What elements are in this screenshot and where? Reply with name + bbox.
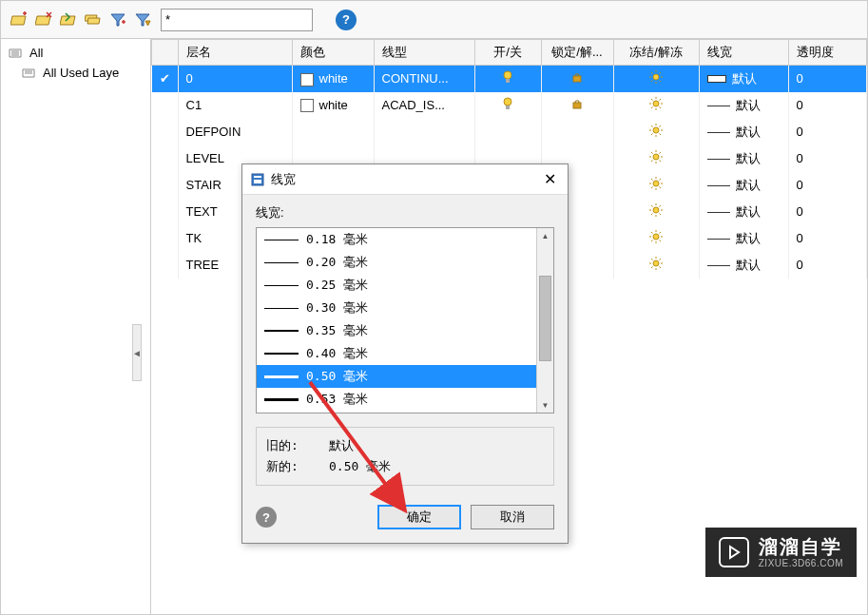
- table-row[interactable]: DEFPOIN 默认 0: [152, 119, 867, 145]
- row-lw[interactable]: 默认: [699, 225, 788, 252]
- row-freeze[interactable]: [613, 252, 699, 279]
- row-lock[interactable]: [541, 66, 613, 92]
- table-row[interactable]: C1 white ACAD_IS... 默认 0: [152, 92, 867, 119]
- row-lw[interactable]: 默认: [699, 119, 788, 145]
- filter-new-icon[interactable]: [107, 10, 128, 30]
- row-freeze[interactable]: [613, 145, 699, 172]
- watermark-main: 溜溜自学: [759, 535, 843, 558]
- row-linetype[interactable]: CONTINU...: [374, 66, 474, 92]
- dialog-help-icon[interactable]: ?: [256, 507, 277, 528]
- list-item[interactable]: 0.53 毫米: [257, 388, 536, 411]
- delete-layer-icon[interactable]: [33, 10, 54, 30]
- row-check[interactable]: [152, 225, 179, 252]
- row-lw[interactable]: 默认: [699, 66, 788, 92]
- svg-line-85: [651, 240, 653, 242]
- row-linetype[interactable]: ACAD_IS...: [374, 92, 474, 119]
- row-freeze[interactable]: [613, 199, 699, 225]
- svg-point-51: [653, 154, 659, 160]
- row-freeze[interactable]: [613, 92, 699, 119]
- row-trans[interactable]: 0: [788, 92, 867, 119]
- row-onoff[interactable]: [474, 66, 541, 92]
- close-icon[interactable]: ✕: [540, 170, 560, 188]
- row-onoff[interactable]: [474, 92, 541, 119]
- list-item[interactable]: 0.40 毫米: [257, 342, 536, 365]
- svg-line-49: [651, 134, 653, 136]
- row-freeze[interactable]: [613, 119, 699, 145]
- sidebar-item-all[interactable]: All: [1, 43, 150, 63]
- col-check[interactable]: [152, 40, 179, 66]
- scroll-up-icon[interactable]: ▲: [537, 228, 553, 243]
- col-lock[interactable]: 锁定/解...: [541, 40, 613, 66]
- col-color[interactable]: 颜色: [292, 40, 374, 66]
- svg-line-29: [660, 72, 662, 74]
- list-item[interactable]: 0.20 毫米: [257, 251, 536, 274]
- scroll-down-icon[interactable]: ▼: [537, 397, 553, 413]
- splitter-handle[interactable]: ◄: [132, 324, 142, 381]
- cancel-button[interactable]: 取消: [471, 505, 554, 529]
- row-lock[interactable]: [541, 92, 613, 119]
- row-trans[interactable]: 0: [788, 145, 867, 172]
- row-lw[interactable]: 默认: [699, 92, 788, 119]
- svg-point-33: [653, 101, 659, 106]
- row-check[interactable]: [152, 172, 179, 199]
- svg-line-86: [660, 232, 662, 234]
- sidebar-item-used[interactable]: All Used Laye: [1, 63, 150, 83]
- row-check[interactable]: [152, 145, 179, 172]
- row-check[interactable]: [152, 92, 179, 119]
- svg-rect-20: [573, 76, 581, 82]
- row-lw[interactable]: 默认: [699, 172, 788, 199]
- col-name[interactable]: 层名: [178, 40, 292, 66]
- row-trans[interactable]: 0: [788, 66, 867, 92]
- row-check[interactable]: [152, 199, 179, 225]
- col-linetype[interactable]: 线型: [374, 40, 474, 66]
- list-item[interactable]: 0.35 毫米: [257, 319, 536, 342]
- row-color[interactable]: [292, 119, 374, 145]
- svg-line-47: [651, 125, 653, 127]
- sidebar-label: All Used Laye: [43, 66, 119, 80]
- row-color[interactable]: white: [292, 92, 374, 119]
- lineweight-listbox[interactable]: 0.18 毫米0.20 毫米0.25 毫米0.30 毫米0.35 毫米0.40 …: [256, 227, 554, 413]
- list-item[interactable]: 0.30 毫米: [257, 297, 536, 319]
- row-trans[interactable]: 0: [788, 225, 867, 252]
- col-freeze[interactable]: 冻结/解冻: [613, 40, 699, 66]
- help-icon[interactable]: ?: [336, 10, 357, 30]
- col-lw[interactable]: 线宽: [699, 40, 788, 66]
- row-lw[interactable]: 默认: [699, 252, 788, 279]
- filter-invert-icon[interactable]: [132, 10, 153, 30]
- row-check[interactable]: [152, 119, 179, 145]
- filter-input[interactable]: [161, 9, 313, 31]
- table-row[interactable]: ✔ 0 white CONTINU... 默认 0: [152, 66, 867, 92]
- list-item[interactable]: 0.25 毫米: [257, 274, 536, 297]
- sidebar-label: All: [29, 46, 43, 60]
- svg-marker-6: [60, 16, 75, 25]
- row-trans[interactable]: 0: [788, 199, 867, 225]
- row-check[interactable]: ✔: [152, 66, 179, 92]
- scrollbar[interactable]: ▲ ▼: [536, 228, 553, 413]
- row-linetype[interactable]: [374, 119, 474, 145]
- row-onoff[interactable]: [474, 119, 541, 145]
- dialog-titlebar[interactable]: 线宽 ✕: [242, 164, 568, 195]
- col-trans[interactable]: 透明度: [788, 40, 867, 66]
- new-layer-icon[interactable]: [9, 10, 29, 30]
- row-trans[interactable]: 0: [788, 172, 867, 199]
- svg-marker-8: [87, 18, 100, 24]
- row-freeze[interactable]: [613, 66, 699, 92]
- list-item[interactable]: 0.50 毫米: [257, 365, 536, 388]
- row-trans[interactable]: 0: [788, 119, 867, 145]
- row-lock[interactable]: [541, 119, 613, 145]
- svg-line-76: [651, 214, 653, 216]
- scroll-thumb[interactable]: [539, 276, 551, 361]
- set-current-icon[interactable]: [58, 10, 79, 30]
- list-item[interactable]: 0.18 毫米: [257, 228, 536, 251]
- row-check[interactable]: [152, 252, 179, 279]
- row-color[interactable]: white: [292, 66, 374, 92]
- col-onoff[interactable]: 开/关: [474, 40, 541, 66]
- svg-point-60: [653, 181, 659, 186]
- layer-states-icon[interactable]: [83, 10, 104, 30]
- row-lw[interactable]: 默认: [699, 145, 788, 172]
- row-freeze[interactable]: [613, 172, 699, 199]
- row-trans[interactable]: 0: [788, 252, 867, 279]
- ok-button[interactable]: 确定: [377, 505, 461, 529]
- row-lw[interactable]: 默认: [699, 199, 788, 225]
- row-freeze[interactable]: [613, 225, 699, 252]
